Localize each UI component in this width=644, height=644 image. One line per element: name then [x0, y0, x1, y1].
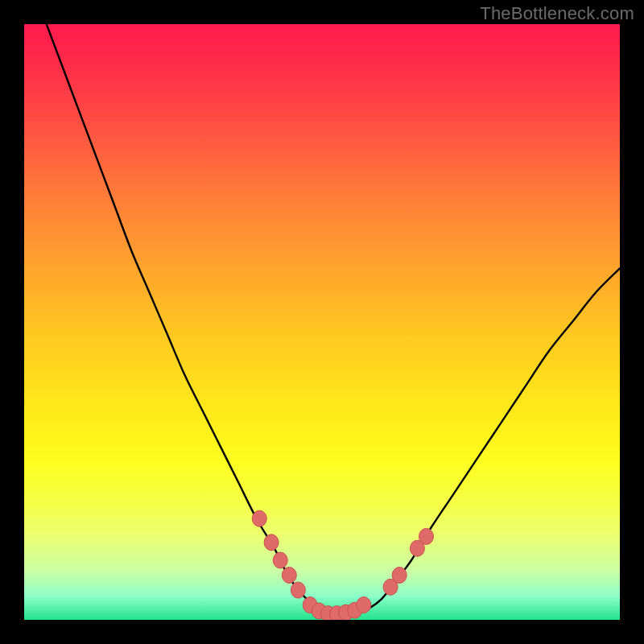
highlight-dot	[291, 582, 305, 598]
curve-layer	[24, 24, 620, 620]
chart-frame: TheBottleneck.com	[0, 0, 644, 644]
highlight-dot	[282, 568, 296, 584]
highlight-dot	[392, 568, 407, 584]
bottleneck-curve-path	[24, 24, 620, 614]
watermark-text: TheBottleneck.com	[480, 3, 634, 24]
highlight-dot	[357, 597, 371, 613]
highlight-dot	[264, 535, 279, 551]
marker-group	[252, 510, 433, 620]
highlight-dot	[252, 510, 266, 526]
plot-area	[24, 24, 620, 620]
highlight-dot	[273, 552, 287, 568]
highlight-dot	[419, 528, 434, 544]
